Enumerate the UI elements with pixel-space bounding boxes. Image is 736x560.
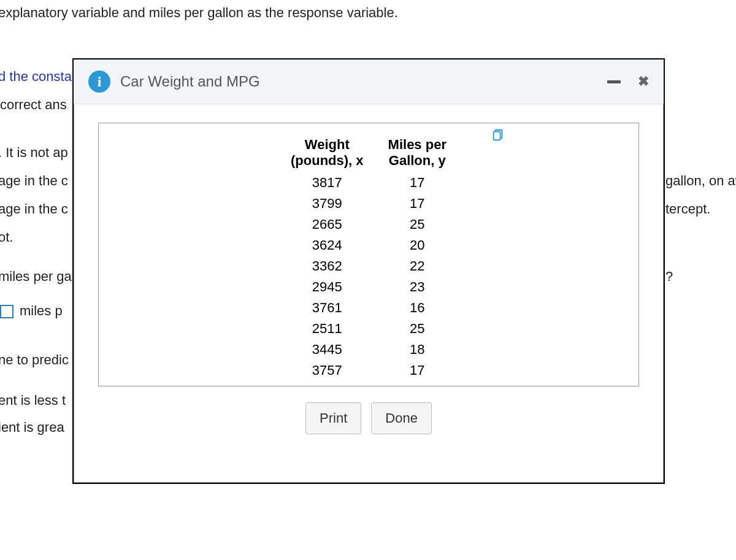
- copy-icon[interactable]: [492, 128, 505, 142]
- table-row: 344518: [278, 339, 459, 360]
- table-row: 381717: [278, 172, 459, 193]
- cell-mpg: 16: [376, 297, 459, 318]
- bg-frag-predict: ne to predic: [0, 352, 69, 368]
- modal-controls: ✖: [607, 74, 649, 90]
- col-header-weight-line1: Weight: [305, 137, 350, 152]
- cell-mpg: 18: [376, 339, 459, 360]
- modal-dialog: i Car Weight and MPG ✖ Weight: [72, 58, 665, 484]
- col-header-weight: Weight (pounds), x: [278, 136, 376, 172]
- bg-frag-gallon-av: gallon, on av: [665, 173, 736, 189]
- table-row: 336222: [278, 256, 459, 277]
- checkbox-icon[interactable]: [0, 305, 13, 318]
- done-button[interactable]: Done: [371, 402, 432, 434]
- col-header-mpg-line1: Miles per: [388, 137, 447, 152]
- table-row: 376116: [278, 297, 459, 318]
- cell-mpg: 23: [376, 277, 459, 297]
- modal-header: i Car Weight and MPG ✖: [74, 59, 664, 104]
- bg-frag-qmark: ?: [665, 269, 673, 285]
- cell-mpg: 17: [376, 193, 459, 214]
- bg-frag-age2: age in the c: [0, 201, 68, 217]
- cell-mpg: 25: [376, 214, 459, 235]
- cell-weight: 3817: [278, 172, 376, 193]
- cell-weight: 2511: [278, 318, 376, 339]
- cell-weight: 3624: [278, 235, 376, 256]
- print-button[interactable]: Print: [305, 402, 361, 434]
- cell-weight: 3757: [278, 360, 376, 381]
- bg-frag-consta: d the consta: [0, 69, 72, 85]
- bg-frag-not-ap: . It is not ap: [0, 145, 68, 161]
- table-row: 294523: [278, 277, 459, 297]
- minimize-icon[interactable]: [607, 80, 621, 83]
- data-panel: Weight (pounds), x Miles per Gallon, y 3…: [98, 123, 639, 386]
- bg-line-top: explanatory variable and miles per gallo…: [0, 5, 398, 21]
- bg-frag-ot: ot.: [0, 229, 13, 245]
- info-icon: i: [88, 71, 110, 93]
- svg-rect-1: [494, 132, 500, 140]
- miles-p-label: miles p: [20, 303, 63, 318]
- table-row: 266525: [278, 214, 459, 235]
- col-header-mpg: Miles per Gallon, y: [376, 136, 459, 172]
- table-row: 251125: [278, 318, 459, 339]
- data-table: Weight (pounds), x Miles per Gallon, y 3…: [278, 136, 459, 381]
- cell-mpg: 22: [376, 256, 459, 277]
- cell-weight: 3761: [278, 297, 376, 318]
- cell-mpg: 17: [376, 360, 459, 381]
- bg-frag-miles-ga: miles per ga: [0, 269, 72, 285]
- table-row: 362420: [278, 235, 459, 256]
- bg-frag-correct-ans: correct ans: [0, 97, 67, 113]
- cell-mpg: 25: [376, 318, 459, 339]
- bg-frag-miles-p: miles p: [0, 303, 63, 319]
- cell-mpg: 20: [376, 235, 459, 256]
- cell-weight: 2665: [278, 214, 376, 235]
- bg-frag-ient-grea: ient is grea: [0, 420, 64, 435]
- modal-footer: Print Done: [98, 402, 639, 434]
- col-header-mpg-line2: Gallon, y: [389, 153, 446, 168]
- cell-weight: 3445: [278, 339, 376, 360]
- close-icon[interactable]: ✖: [638, 74, 649, 90]
- table-row: 379917: [278, 193, 459, 214]
- bg-frag-tercept: tercept.: [665, 201, 710, 217]
- cell-weight: 2945: [278, 277, 376, 297]
- table-row: 375717: [278, 360, 459, 381]
- modal-title: Car Weight and MPG: [120, 73, 260, 90]
- table-header-row: Weight (pounds), x Miles per Gallon, y: [278, 136, 459, 172]
- cell-mpg: 17: [376, 172, 459, 193]
- col-header-weight-line2: (pounds), x: [291, 153, 364, 168]
- cell-weight: 3799: [278, 193, 376, 214]
- bg-frag-ent-less: ent is less t: [0, 393, 66, 408]
- cell-weight: 3362: [278, 256, 376, 277]
- bg-frag-age1: age in the c: [0, 173, 68, 189]
- modal-body: Weight (pounds), x Miles per Gallon, y 3…: [74, 104, 664, 447]
